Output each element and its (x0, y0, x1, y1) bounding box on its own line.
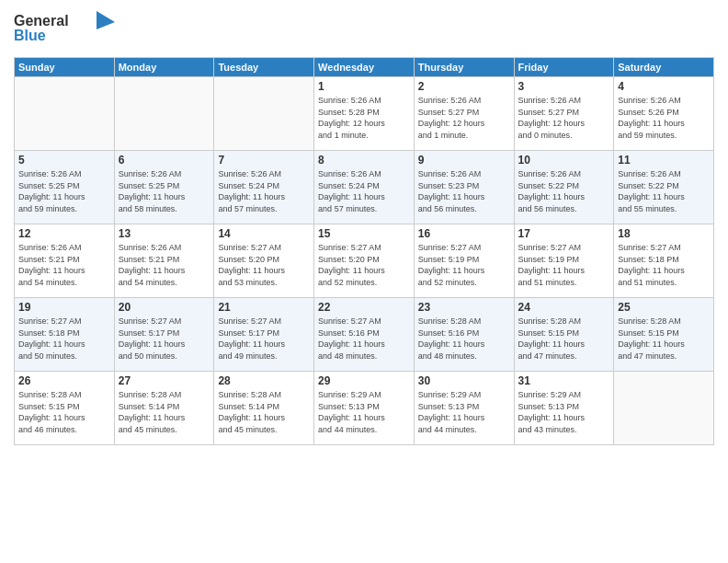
day-number: 17 (518, 227, 610, 240)
cell-details: Sunrise: 5:28 AM Sunset: 5:15 PM Dayligh… (518, 316, 610, 362)
calendar-cell: 28Sunrise: 5:28 AM Sunset: 5:14 PM Dayli… (214, 372, 314, 445)
cell-details: Sunrise: 5:27 AM Sunset: 5:17 PM Dayligh… (218, 316, 310, 362)
day-number: 6 (119, 154, 210, 167)
weekday-header: Sunday (15, 58, 115, 77)
calendar-cell: 11Sunrise: 5:26 AM Sunset: 5:22 PM Dayli… (614, 151, 714, 224)
cell-details: Sunrise: 5:26 AM Sunset: 5:21 PM Dayligh… (18, 242, 110, 288)
cell-details: Sunrise: 5:27 AM Sunset: 5:19 PM Dayligh… (518, 242, 610, 288)
logo-text: General Blue (14, 9, 115, 52)
calendar-table: SundayMondayTuesdayWednesdayThursdayFrid… (14, 57, 714, 445)
day-number: 14 (218, 227, 310, 240)
calendar-cell: 8Sunrise: 5:26 AM Sunset: 5:24 PM Daylig… (314, 151, 415, 224)
day-number: 22 (318, 301, 410, 314)
calendar-container: General Blue SundayMondayTuesdayWednesda… (0, 0, 728, 563)
calendar-cell: 23Sunrise: 5:28 AM Sunset: 5:16 PM Dayli… (414, 298, 514, 372)
calendar-cell: 1Sunrise: 5:26 AM Sunset: 5:28 PM Daylig… (314, 77, 415, 151)
cell-details: Sunrise: 5:27 AM Sunset: 5:20 PM Dayligh… (318, 242, 410, 288)
calendar-week-row: 5Sunrise: 5:26 AM Sunset: 5:25 PM Daylig… (15, 151, 714, 224)
calendar-cell: 21Sunrise: 5:27 AM Sunset: 5:17 PM Dayli… (214, 298, 314, 372)
cell-details: Sunrise: 5:27 AM Sunset: 5:20 PM Dayligh… (218, 242, 310, 288)
calendar-header-row: SundayMondayTuesdayWednesdayThursdayFrid… (15, 58, 714, 77)
cell-details: Sunrise: 5:26 AM Sunset: 5:21 PM Dayligh… (119, 242, 210, 288)
calendar-cell: 19Sunrise: 5:27 AM Sunset: 5:18 PM Dayli… (15, 298, 115, 372)
cell-details: Sunrise: 5:28 AM Sunset: 5:14 PM Dayligh… (119, 389, 210, 435)
header: General Blue (14, 9, 714, 52)
logo: General Blue (14, 9, 115, 52)
cell-details: Sunrise: 5:28 AM Sunset: 5:14 PM Dayligh… (218, 389, 310, 435)
svg-text:Blue: Blue (14, 28, 46, 43)
day-number: 31 (518, 374, 610, 387)
cell-details: Sunrise: 5:26 AM Sunset: 5:27 PM Dayligh… (418, 95, 510, 141)
calendar-cell: 7Sunrise: 5:26 AM Sunset: 5:24 PM Daylig… (214, 151, 314, 224)
calendar-cell: 2Sunrise: 5:26 AM Sunset: 5:27 PM Daylig… (414, 77, 514, 151)
calendar-cell: 27Sunrise: 5:28 AM Sunset: 5:14 PM Dayli… (114, 372, 214, 445)
svg-marker-2 (97, 11, 115, 29)
cell-details: Sunrise: 5:26 AM Sunset: 5:25 PM Dayligh… (18, 168, 110, 214)
calendar-cell: 10Sunrise: 5:26 AM Sunset: 5:22 PM Dayli… (514, 151, 614, 224)
day-number: 19 (18, 301, 110, 314)
cell-details: Sunrise: 5:26 AM Sunset: 5:23 PM Dayligh… (418, 168, 510, 214)
day-number: 25 (618, 301, 710, 314)
calendar-cell: 9Sunrise: 5:26 AM Sunset: 5:23 PM Daylig… (414, 151, 514, 224)
calendar-cell: 12Sunrise: 5:26 AM Sunset: 5:21 PM Dayli… (15, 224, 115, 298)
cell-details: Sunrise: 5:27 AM Sunset: 5:18 PM Dayligh… (18, 316, 110, 362)
weekday-header: Saturday (614, 58, 714, 77)
calendar-week-row: 19Sunrise: 5:27 AM Sunset: 5:18 PM Dayli… (15, 298, 714, 372)
calendar-cell: 24Sunrise: 5:28 AM Sunset: 5:15 PM Dayli… (514, 298, 614, 372)
cell-details: Sunrise: 5:27 AM Sunset: 5:16 PM Dayligh… (318, 316, 410, 362)
day-number: 1 (318, 80, 410, 93)
cell-details: Sunrise: 5:26 AM Sunset: 5:24 PM Dayligh… (218, 168, 310, 214)
calendar-cell (15, 77, 115, 151)
calendar-cell: 18Sunrise: 5:27 AM Sunset: 5:18 PM Dayli… (614, 224, 714, 298)
day-number: 12 (18, 227, 110, 240)
cell-details: Sunrise: 5:27 AM Sunset: 5:18 PM Dayligh… (618, 242, 710, 288)
day-number: 30 (418, 374, 510, 387)
calendar-cell: 13Sunrise: 5:26 AM Sunset: 5:21 PM Dayli… (114, 224, 214, 298)
day-number: 28 (218, 374, 310, 387)
day-number: 8 (318, 154, 410, 167)
calendar-cell: 22Sunrise: 5:27 AM Sunset: 5:16 PM Dayli… (314, 298, 415, 372)
calendar-cell (214, 77, 314, 151)
cell-details: Sunrise: 5:29 AM Sunset: 5:13 PM Dayligh… (418, 389, 510, 435)
calendar-cell: 30Sunrise: 5:29 AM Sunset: 5:13 PM Dayli… (414, 372, 514, 445)
calendar-cell (114, 77, 214, 151)
cell-details: Sunrise: 5:27 AM Sunset: 5:17 PM Dayligh… (119, 316, 210, 362)
day-number: 3 (518, 80, 610, 93)
day-number: 29 (318, 374, 410, 387)
weekday-header: Monday (114, 58, 214, 77)
calendar-cell (614, 372, 714, 445)
day-number: 13 (119, 227, 210, 240)
day-number: 20 (119, 301, 210, 314)
cell-details: Sunrise: 5:26 AM Sunset: 5:26 PM Dayligh… (618, 95, 710, 141)
calendar-cell: 31Sunrise: 5:29 AM Sunset: 5:13 PM Dayli… (514, 372, 614, 445)
weekday-header: Tuesday (214, 58, 314, 77)
day-number: 23 (418, 301, 510, 314)
weekday-header: Thursday (414, 58, 514, 77)
day-number: 16 (418, 227, 510, 240)
cell-details: Sunrise: 5:26 AM Sunset: 5:22 PM Dayligh… (618, 168, 710, 214)
calendar-cell: 16Sunrise: 5:27 AM Sunset: 5:19 PM Dayli… (414, 224, 514, 298)
calendar-cell: 17Sunrise: 5:27 AM Sunset: 5:19 PM Dayli… (514, 224, 614, 298)
day-number: 9 (418, 154, 510, 167)
day-number: 2 (418, 80, 510, 93)
calendar-week-row: 1Sunrise: 5:26 AM Sunset: 5:28 PM Daylig… (15, 77, 714, 151)
day-number: 15 (318, 227, 410, 240)
calendar-cell: 26Sunrise: 5:28 AM Sunset: 5:15 PM Dayli… (15, 372, 115, 445)
cell-details: Sunrise: 5:28 AM Sunset: 5:15 PM Dayligh… (618, 316, 710, 362)
calendar-cell: 15Sunrise: 5:27 AM Sunset: 5:20 PM Dayli… (314, 224, 415, 298)
day-number: 26 (18, 374, 110, 387)
calendar-cell: 29Sunrise: 5:29 AM Sunset: 5:13 PM Dayli… (314, 372, 415, 445)
calendar-cell: 20Sunrise: 5:27 AM Sunset: 5:17 PM Dayli… (114, 298, 214, 372)
cell-details: Sunrise: 5:28 AM Sunset: 5:16 PM Dayligh… (418, 316, 510, 362)
day-number: 5 (18, 154, 110, 167)
svg-text:General: General (14, 13, 69, 29)
cell-details: Sunrise: 5:29 AM Sunset: 5:13 PM Dayligh… (518, 389, 610, 435)
calendar-cell: 4Sunrise: 5:26 AM Sunset: 5:26 PM Daylig… (614, 77, 714, 151)
day-number: 7 (218, 154, 310, 167)
day-number: 21 (218, 301, 310, 314)
day-number: 18 (618, 227, 710, 240)
cell-details: Sunrise: 5:26 AM Sunset: 5:25 PM Dayligh… (119, 168, 210, 214)
cell-details: Sunrise: 5:26 AM Sunset: 5:28 PM Dayligh… (318, 95, 410, 141)
weekday-header: Friday (514, 58, 614, 77)
calendar-cell: 6Sunrise: 5:26 AM Sunset: 5:25 PM Daylig… (114, 151, 214, 224)
